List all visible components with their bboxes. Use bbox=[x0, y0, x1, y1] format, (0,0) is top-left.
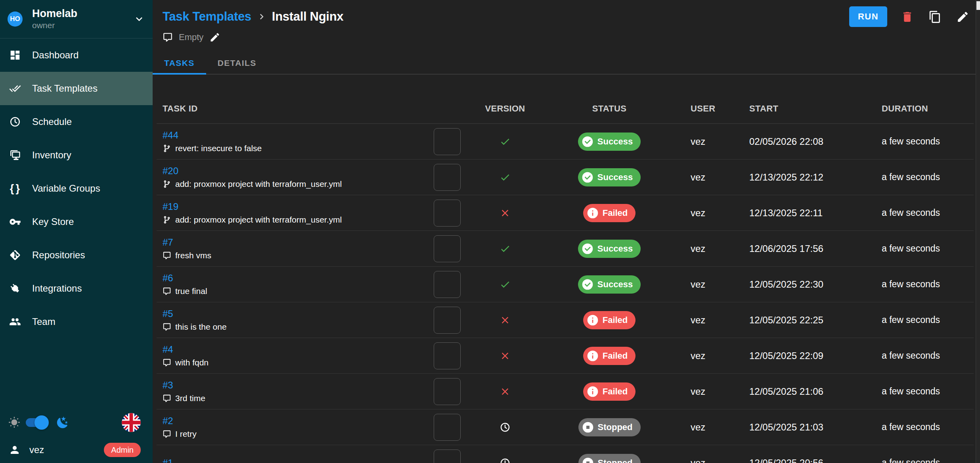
task-start: 12/06/2025 17:56 bbox=[747, 243, 880, 254]
status-badge: Stopped bbox=[578, 454, 641, 463]
sidebar-item-key-store[interactable]: Key Store bbox=[0, 205, 153, 238]
task-duration: a few seconds bbox=[880, 243, 974, 254]
task-id-link[interactable]: #4 bbox=[163, 345, 173, 354]
status-badge: Failed bbox=[583, 347, 636, 365]
task-templates-icon bbox=[9, 83, 21, 94]
sidebar-nav: Dashboard Task Templates Schedule Invent… bbox=[0, 38, 153, 338]
comment-icon bbox=[163, 358, 171, 367]
task-start: 12/05/2025 21:03 bbox=[747, 422, 880, 433]
task-id-link[interactable]: #6 bbox=[163, 273, 173, 283]
source-branch-icon bbox=[163, 215, 171, 224]
task-start: 12/05/2025 22:25 bbox=[747, 315, 880, 326]
version-failed-icon bbox=[500, 207, 511, 219]
team-icon bbox=[9, 316, 21, 328]
tab-label: TASKS bbox=[164, 58, 195, 68]
check-circle-icon bbox=[581, 242, 594, 255]
sidebar-item-label: Schedule bbox=[32, 116, 72, 127]
project-switcher[interactable]: HO Homelab owner bbox=[0, 0, 153, 38]
task-duration: a few seconds bbox=[880, 136, 974, 147]
breadcrumb-task-templates-link[interactable]: Task Templates bbox=[163, 10, 251, 24]
rerun-task-button[interactable] bbox=[434, 164, 461, 191]
sidebar-item-schedule[interactable]: Schedule bbox=[0, 105, 153, 138]
user-menu[interactable]: vez Admin bbox=[0, 437, 153, 463]
task-duration: a few seconds bbox=[880, 386, 974, 397]
status-badge: Success bbox=[578, 168, 641, 186]
sidebar-item-dashboard[interactable]: Dashboard bbox=[0, 38, 153, 72]
task-start: 12/05/2025 22:09 bbox=[747, 350, 880, 361]
edit-template-button[interactable] bbox=[955, 9, 970, 25]
tab-tasks[interactable]: TASKS bbox=[153, 52, 206, 74]
check-circle-icon bbox=[581, 135, 594, 148]
task-id-link[interactable]: #2 bbox=[163, 416, 173, 426]
task-id-link[interactable]: #7 bbox=[163, 238, 173, 247]
plug-icon bbox=[9, 282, 21, 294]
sidebar-item-label: Task Templates bbox=[32, 83, 98, 94]
task-duration: a few seconds bbox=[880, 172, 974, 183]
sidebar-item-variable-groups[interactable]: { } Variable Groups bbox=[0, 172, 153, 205]
uk-flag-icon[interactable] bbox=[122, 413, 141, 432]
task-user: vez bbox=[689, 279, 747, 290]
version-success-icon bbox=[500, 279, 511, 290]
task-history-table: TASK ID VERSION STATUS USER START DURATI… bbox=[157, 75, 974, 463]
table-row: #4 with fqdn Failed vez 12/05/2025 22:09… bbox=[157, 338, 974, 374]
inventory-icon bbox=[9, 149, 21, 161]
rerun-task-button[interactable] bbox=[434, 450, 461, 463]
task-message: this is the one bbox=[163, 323, 414, 331]
stop-circle-icon bbox=[582, 457, 594, 463]
comment-icon bbox=[163, 430, 171, 438]
task-id-link[interactable]: #5 bbox=[163, 309, 173, 319]
task-duration: a few seconds bbox=[880, 422, 974, 432]
sidebar-item-team[interactable]: Team bbox=[0, 305, 153, 338]
status-badge: Failed bbox=[583, 382, 636, 401]
delete-template-button[interactable] bbox=[899, 9, 915, 25]
task-start: 12/05/2025 21:06 bbox=[747, 386, 880, 397]
rerun-task-button[interactable] bbox=[434, 378, 461, 405]
task-message: 3rd time bbox=[163, 394, 414, 403]
rerun-task-button[interactable] bbox=[434, 307, 461, 334]
sidebar-item-inventory[interactable]: Inventory bbox=[0, 138, 153, 172]
rerun-task-button[interactable] bbox=[434, 235, 461, 262]
sidebar-item-label: Key Store bbox=[32, 216, 74, 227]
task-id-link[interactable]: #3 bbox=[163, 380, 173, 390]
task-id-link[interactable]: #20 bbox=[163, 166, 178, 176]
comment-icon bbox=[163, 394, 171, 403]
task-id-link[interactable]: #1 bbox=[163, 458, 173, 463]
rerun-task-button[interactable] bbox=[434, 414, 461, 441]
dashboard-icon bbox=[9, 49, 21, 61]
copy-template-button[interactable] bbox=[927, 9, 943, 25]
status-badge: Stopped bbox=[578, 418, 641, 436]
rerun-task-button[interactable] bbox=[434, 342, 461, 369]
rerun-task-button[interactable] bbox=[434, 200, 461, 227]
rerun-task-button[interactable] bbox=[434, 271, 461, 298]
task-duration: a few seconds bbox=[880, 207, 974, 218]
dark-mode-toggle[interactable] bbox=[26, 418, 46, 427]
task-id-link[interactable]: #44 bbox=[163, 131, 178, 140]
task-message: add: proxmox project with terraform_user… bbox=[163, 180, 414, 188]
task-user: vez bbox=[689, 136, 747, 147]
template-description-row: Empty bbox=[153, 27, 980, 43]
task-message: I retry bbox=[163, 430, 414, 438]
chevron-right-icon bbox=[256, 11, 267, 22]
tab-bar: TASKSDETAILS bbox=[153, 52, 980, 75]
run-button[interactable]: RUN bbox=[849, 6, 887, 27]
project-name: Homelab bbox=[32, 8, 77, 20]
header-actions: RUN bbox=[849, 6, 970, 27]
main-content: Task Templates Install Nginx RUN Empty T… bbox=[153, 0, 980, 463]
edit-description-button[interactable] bbox=[209, 31, 221, 43]
rerun-task-button[interactable] bbox=[434, 128, 461, 155]
table-row: #2 I retry Stopped vez 12/05/2025 21:03 … bbox=[157, 409, 974, 445]
sidebar-item-integrations[interactable]: Integrations bbox=[0, 272, 153, 305]
version-stopped-icon bbox=[500, 457, 511, 463]
table-row: #44 revert: insecure to false Success ve… bbox=[157, 124, 974, 159]
template-description: Empty bbox=[179, 32, 203, 42]
version-success-icon bbox=[500, 243, 511, 254]
information-icon bbox=[586, 350, 599, 362]
task-id-link[interactable]: #19 bbox=[163, 202, 178, 211]
sidebar-item-task-templates[interactable]: Task Templates bbox=[0, 72, 153, 105]
task-message: add: proxmox project with terraform_user… bbox=[163, 215, 414, 224]
tab-details[interactable]: DETAILS bbox=[206, 52, 268, 74]
page-title: Install Nginx bbox=[272, 10, 343, 24]
sidebar-item-repositories[interactable]: Repositories bbox=[0, 238, 153, 272]
table-row: #5 this is the one Failed vez 12/05/2025… bbox=[157, 302, 974, 338]
scrollbar-thumb[interactable] bbox=[976, 1, 980, 10]
